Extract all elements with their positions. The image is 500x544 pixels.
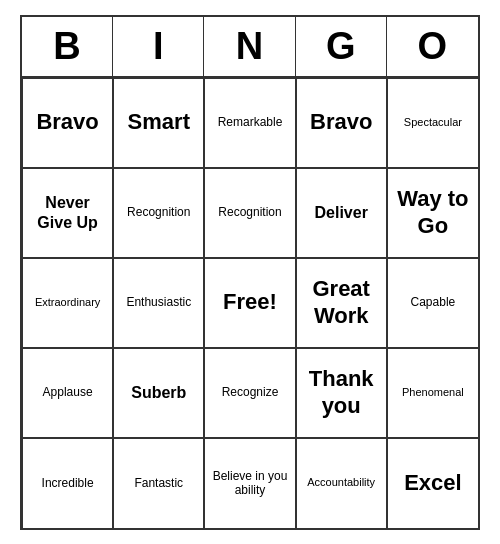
- bingo-cell-21: Fantastic: [113, 438, 204, 528]
- bingo-cell-18: Thank you: [296, 348, 387, 438]
- bingo-cell-13: Great Work: [296, 258, 387, 348]
- bingo-cell-1: Smart: [113, 78, 204, 168]
- bingo-cell-9: Way to Go: [387, 168, 478, 258]
- bingo-cell-15: Applause: [22, 348, 113, 438]
- header-letter-O: O: [387, 17, 478, 76]
- bingo-cell-22: Believe in you ability: [204, 438, 295, 528]
- bingo-cell-17: Recognize: [204, 348, 295, 438]
- bingo-cell-2: Remarkable: [204, 78, 295, 168]
- bingo-cell-7: Recognition: [204, 168, 295, 258]
- bingo-cell-8: Deliver: [296, 168, 387, 258]
- cell-text-16: Suberb: [131, 383, 186, 402]
- cell-text-8: Deliver: [315, 203, 368, 222]
- cell-text-23: Accountability: [307, 476, 375, 489]
- cell-text-9: Way to Go: [394, 186, 472, 239]
- header-letter-B: B: [22, 17, 113, 76]
- bingo-cell-6: Recognition: [113, 168, 204, 258]
- bingo-cell-19: Phenomenal: [387, 348, 478, 438]
- header-letter-N: N: [204, 17, 295, 76]
- bingo-cell-20: Incredible: [22, 438, 113, 528]
- cell-text-15: Applause: [43, 385, 93, 399]
- cell-text-14: Capable: [411, 295, 456, 309]
- cell-text-22: Believe in you ability: [211, 469, 288, 498]
- bingo-cell-4: Spectacular: [387, 78, 478, 168]
- bingo-cell-11: Enthusiastic: [113, 258, 204, 348]
- bingo-cell-14: Capable: [387, 258, 478, 348]
- cell-text-5: Never Give Up: [29, 193, 106, 231]
- cell-text-6: Recognition: [127, 205, 190, 219]
- bingo-cell-23: Accountability: [296, 438, 387, 528]
- bingo-cell-16: Suberb: [113, 348, 204, 438]
- cell-text-11: Enthusiastic: [126, 295, 191, 309]
- cell-text-3: Bravo: [310, 109, 372, 135]
- cell-text-4: Spectacular: [404, 116, 462, 129]
- cell-text-21: Fantastic: [134, 476, 183, 490]
- cell-text-13: Great Work: [303, 276, 380, 329]
- bingo-cell-24: Excel: [387, 438, 478, 528]
- cell-text-10: Extraordinary: [35, 296, 100, 309]
- cell-text-24: Excel: [404, 470, 462, 496]
- bingo-card: BINGO BravoSmartRemarkableBravoSpectacul…: [20, 15, 480, 530]
- cell-text-18: Thank you: [303, 366, 380, 419]
- bingo-cell-12: Free!: [204, 258, 295, 348]
- bingo-cell-5: Never Give Up: [22, 168, 113, 258]
- bingo-header: BINGO: [22, 17, 478, 78]
- cell-text-1: Smart: [128, 109, 190, 135]
- bingo-cell-0: Bravo: [22, 78, 113, 168]
- bingo-cell-3: Bravo: [296, 78, 387, 168]
- bingo-cell-10: Extraordinary: [22, 258, 113, 348]
- cell-text-0: Bravo: [36, 109, 98, 135]
- header-letter-I: I: [113, 17, 204, 76]
- bingo-grid: BravoSmartRemarkableBravoSpectacularNeve…: [22, 78, 478, 528]
- cell-text-12: Free!: [223, 289, 277, 315]
- cell-text-7: Recognition: [218, 205, 281, 219]
- cell-text-2: Remarkable: [218, 115, 283, 129]
- header-letter-G: G: [296, 17, 387, 76]
- cell-text-19: Phenomenal: [402, 386, 464, 399]
- cell-text-17: Recognize: [222, 385, 279, 399]
- cell-text-20: Incredible: [42, 476, 94, 490]
